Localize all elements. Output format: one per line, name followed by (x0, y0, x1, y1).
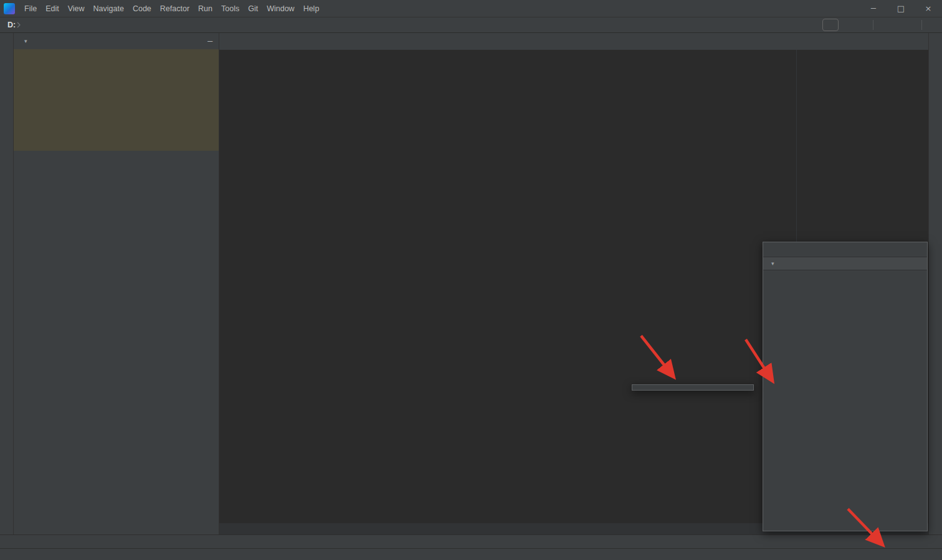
title-bar: FileEditViewNavigateCodeRefactorRunTools… (0, 0, 942, 17)
chevron-down-icon: ▾ (771, 260, 774, 267)
menu-edit[interactable]: Edit (41, 4, 64, 13)
toolbar-separator (921, 20, 922, 30)
navigation-bar: D: (0, 17, 942, 33)
breadcrumb-chevron-icon (17, 22, 21, 28)
menu-file[interactable]: File (20, 4, 41, 13)
menu-code[interactable]: Code (128, 4, 156, 13)
project-panel-icons: ─ (183, 37, 212, 46)
left-tool-stripe (0, 33, 14, 534)
git-branches-popup: ▾ (763, 242, 928, 531)
menu-refactor[interactable]: Refactor (156, 4, 194, 13)
branches-popup-header (763, 242, 927, 257)
breadcrumb: D: (6, 21, 21, 29)
menu-help[interactable]: Help (299, 4, 324, 13)
right-tool-stripe (928, 33, 942, 534)
menu-git[interactable]: Git (244, 4, 262, 13)
maximize-button[interactable]: □ (887, 0, 915, 17)
breadcrumb-item-d[interactable]: D: (6, 21, 17, 29)
project-panel-header: ▾ ─ (14, 33, 219, 49)
editor-tab-bar (219, 33, 928, 50)
branch-search-field[interactable]: ▾ (763, 257, 927, 270)
webstorm-logo-icon (4, 3, 15, 14)
toolbar-right (816, 19, 936, 31)
project-panel: ▾ ─ (14, 33, 219, 534)
menu-navigate[interactable]: Navigate (89, 4, 128, 13)
tree-background (14, 49, 219, 151)
tool-window-bar (0, 534, 942, 548)
minimize-button[interactable]: ─ (860, 0, 887, 17)
menu-window[interactable]: Window (262, 4, 298, 13)
branch-context-menu (632, 384, 754, 391)
chevron-down-icon: ▾ (24, 38, 27, 44)
menu-run[interactable]: Run (194, 4, 217, 13)
add-configuration-button[interactable] (822, 19, 839, 31)
hide-panel-button[interactable]: ─ (207, 37, 212, 46)
toolbar-separator (873, 20, 873, 30)
menu-bar-items: FileEditViewNavigateCodeRefactorRunTools… (20, 4, 323, 13)
menu-tools[interactable]: Tools (217, 4, 244, 13)
status-bar (0, 548, 942, 560)
menu-view[interactable]: View (64, 4, 89, 13)
close-button[interactable]: × (915, 0, 942, 17)
window-controls: ─ □ × (860, 0, 942, 17)
ide-window: FileEditViewNavigateCodeRefactorRunTools… (0, 0, 942, 560)
project-tree[interactable] (14, 49, 219, 534)
